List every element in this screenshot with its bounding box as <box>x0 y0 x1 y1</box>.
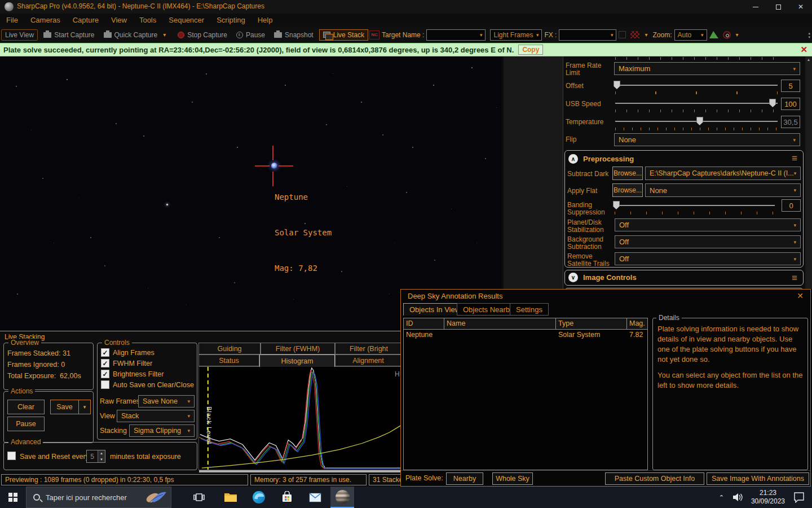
fwhm-filter-checkbox[interactable] <box>101 359 109 367</box>
col-mag[interactable]: Mag. <box>627 318 646 329</box>
dialog-close-icon[interactable]: ✕ <box>797 291 804 300</box>
tab-filter-fwhm[interactable]: Filter (FWHM) <box>261 343 335 354</box>
minutes-value[interactable]: 5 <box>87 450 98 462</box>
menu-help[interactable]: Help <box>251 16 279 24</box>
menu-file[interactable]: File <box>0 16 24 24</box>
toolbar-overflow-scroll[interactable]: ▴▾ <box>808 31 812 39</box>
live-stack-button[interactable]: Live Stack <box>319 29 368 41</box>
brightness-filter-checkbox[interactable] <box>101 370 109 378</box>
section-menu-icon[interactable]: ≡ <box>792 273 797 284</box>
scrollbar-up-icon[interactable]: ▲ <box>805 56 812 62</box>
stop-capture-button[interactable]: Stop Capture <box>174 30 231 40</box>
alert-close-icon[interactable]: ✕ <box>800 45 807 55</box>
inc-indicator-icon[interactable]: NC <box>369 30 379 40</box>
usb-speed-slider[interactable] <box>615 98 778 108</box>
chevron-down-icon[interactable]: ▾ <box>645 32 647 38</box>
remove-satellite-select[interactable]: Off▾ <box>615 252 801 265</box>
save-button[interactable]: Save <box>50 400 78 414</box>
banding-slider-thumb[interactable] <box>613 201 620 209</box>
menu-capture[interactable]: Capture <box>67 16 105 24</box>
histogram-stretch-icon[interactable] <box>709 31 718 38</box>
banding-suppression-value[interactable]: 0 <box>782 199 801 212</box>
apply-flat-browse-button[interactable]: Browse... <box>612 183 643 197</box>
task-view-button[interactable] <box>186 487 212 508</box>
clear-button[interactable]: Clear <box>7 400 45 414</box>
section-menu-icon[interactable]: ≡ <box>792 153 797 164</box>
file-explorer-button[interactable] <box>218 487 244 508</box>
fx-select[interactable]: ▾ <box>559 29 616 41</box>
menu-cameras[interactable]: Cameras <box>24 16 67 24</box>
menu-sequencer[interactable]: Sequencer <box>162 16 210 24</box>
tab-guiding[interactable]: Guiding <box>198 343 261 354</box>
stacking-select[interactable]: Sigma Clipping▾ <box>129 424 195 437</box>
tab-status[interactable]: Status <box>198 354 259 366</box>
tab-filter-brightness[interactable]: Filter (Bright <box>335 343 403 354</box>
menu-view[interactable]: View <box>105 16 133 24</box>
paste-custom-object-button[interactable]: Paste Custom Object Info <box>605 472 704 485</box>
target-name-select[interactable]: ▾ <box>426 29 486 41</box>
pause-button[interactable]: Pause <box>233 30 268 40</box>
col-name[interactable]: Name <box>444 318 556 329</box>
whole-sky-button[interactable]: Whole Sky <box>492 472 533 485</box>
start-button[interactable] <box>0 487 26 508</box>
offset-value[interactable]: 5 <box>781 80 800 92</box>
zoom-select[interactable]: Auto▾ <box>674 29 707 41</box>
planet-disk-select[interactable]: Off▾ <box>615 218 801 231</box>
quick-capture-button[interactable]: Quick Capture▾ <box>100 30 173 40</box>
pause-stack-button[interactable]: Pause <box>7 417 45 431</box>
usb-speed-slider-thumb[interactable] <box>769 99 776 107</box>
align-frames-checkbox[interactable] <box>101 348 109 357</box>
expand-section-icon[interactable]: ∨ <box>568 273 578 282</box>
maximize-button[interactable] <box>767 0 789 14</box>
start-capture-button[interactable]: Start Capture <box>40 30 98 40</box>
menu-tools[interactable]: Tools <box>133 16 162 24</box>
col-type[interactable]: Type <box>556 318 627 329</box>
background-subtraction-select[interactable]: Off▾ <box>615 235 801 248</box>
clock[interactable]: 21:23 30/09/2023 <box>751 489 785 506</box>
col-id[interactable]: ID <box>404 318 444 329</box>
save-image-annotations-button[interactable]: Save Image With Annotations <box>707 472 809 485</box>
speaker-icon[interactable] <box>732 492 743 502</box>
apply-flat-select[interactable]: None▾ <box>645 183 801 197</box>
table-row[interactable]: Neptune Solar System 7.82 <box>404 330 647 341</box>
frame-rate-limit-select[interactable]: Maximum▾ <box>614 62 800 75</box>
usb-speed-value[interactable]: 100 <box>781 98 800 110</box>
tab-histogram[interactable]: Histogram <box>259 354 335 367</box>
reticle-icon[interactable] <box>723 31 731 39</box>
raw-frames-select[interactable]: Save None▾ <box>138 395 195 408</box>
temperature-slider[interactable] <box>615 116 778 126</box>
chevron-down-icon[interactable]: ▾ <box>736 32 739 38</box>
notification-center-icon[interactable] <box>793 492 805 503</box>
save-reset-checkbox[interactable] <box>7 452 16 460</box>
menu-scripting[interactable]: Scripting <box>210 16 251 24</box>
nearby-button[interactable]: Nearby <box>446 472 483 485</box>
tab-alignment[interactable]: Alignment <box>335 354 401 366</box>
edge-browser-button[interactable] <box>246 487 272 508</box>
spinner-arrows-icon[interactable]: ▲▼ <box>98 450 105 462</box>
close-button[interactable]: ✕ <box>789 0 812 14</box>
banding-suppression-slider[interactable] <box>615 200 775 211</box>
offset-slider-thumb[interactable] <box>614 81 620 89</box>
mail-button[interactable] <box>302 487 328 508</box>
frame-type-select[interactable]: Light Frames▾ <box>490 29 542 41</box>
tray-expand-icon[interactable]: ⌃ <box>719 494 724 501</box>
taskbar-search[interactable]: Taper ici pour rechercher <box>26 487 171 508</box>
offset-slider[interactable] <box>615 80 778 90</box>
subtract-dark-browse-button[interactable]: Browse... <box>612 167 643 180</box>
snapshot-button[interactable]: Snapshot <box>271 30 317 40</box>
temperature-slider-thumb[interactable] <box>696 117 703 125</box>
live-view-button[interactable]: Live View <box>1 29 38 41</box>
crosshatch-overlay-icon[interactable] <box>630 31 639 38</box>
tab-settings[interactable]: Settings <box>510 303 549 316</box>
flip-select[interactable]: None▾ <box>614 133 800 146</box>
minimize-button[interactable] <box>744 0 767 14</box>
subtract-dark-select[interactable]: E:\SharpCap Captures\darks\Neptune-C II … <box>645 167 801 180</box>
copy-button[interactable]: Copy <box>518 45 543 55</box>
sharpcap-taskbar-button[interactable] <box>330 487 354 508</box>
minutes-spinner[interactable]: 5 ▲▼ <box>86 450 105 463</box>
microsoft-store-button[interactable] <box>274 487 300 508</box>
save-dropdown-button[interactable]: ▾ <box>78 400 91 414</box>
panel-scrollbar[interactable]: ▲ <box>805 56 812 289</box>
objects-table[interactable]: ID Name Type Mag. Neptune Solar System 7… <box>403 318 648 470</box>
view-select[interactable]: Stack▾ <box>117 410 195 422</box>
